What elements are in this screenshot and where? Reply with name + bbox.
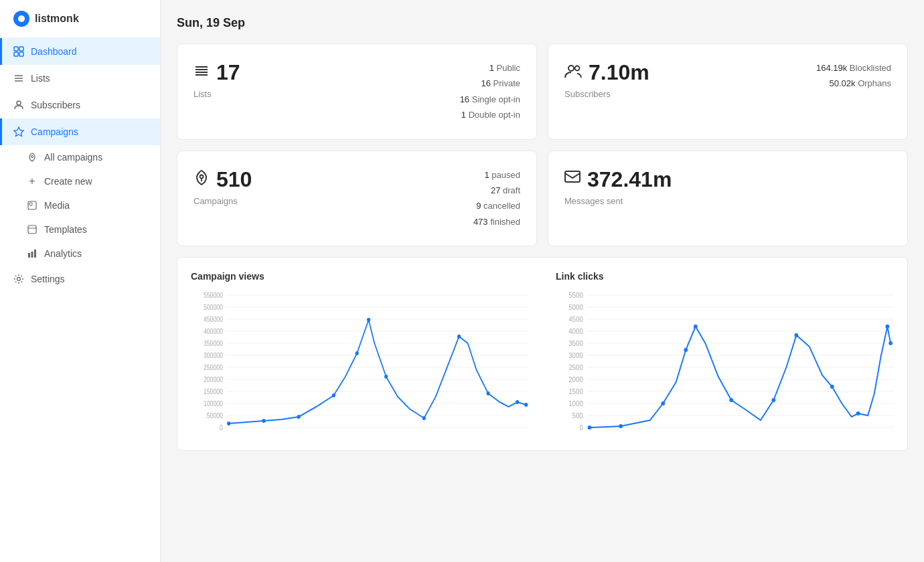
views-chart-svg: 550000 500000 450000 400000 350000 30000… [191, 290, 529, 437]
settings-icon [13, 274, 24, 284]
sidebar-item-analytics[interactable]: Analytics [0, 242, 160, 266]
stats-row-2: 510 Campaigns 1 paused 27 draft 9 cancel… [177, 151, 908, 247]
svg-text:4000: 4000 [568, 328, 583, 335]
sidebar-item-lists[interactable]: Lists [0, 65, 160, 92]
sidebar-item-label: Dashboard [31, 46, 77, 57]
svg-text:2500: 2500 [568, 364, 583, 371]
svg-point-51 [262, 419, 265, 423]
main-content: Sun, 19 Sep 17 [161, 0, 924, 562]
svg-point-87 [619, 424, 623, 428]
messages-count: 372.41m [587, 167, 672, 192]
svg-text:150000: 150000 [204, 389, 223, 396]
clicks-chart-title: Link clicks [556, 271, 894, 282]
svg-point-59 [486, 391, 489, 395]
messages-stat-icon [564, 171, 581, 188]
svg-text:2000: 2000 [568, 376, 583, 383]
svg-text:500: 500 [572, 412, 584, 419]
svg-point-7 [17, 101, 21, 105]
campaign-views-chart: Campaign views 550000 500000 450000 4000… [191, 271, 529, 437]
svg-point-60 [516, 400, 519, 404]
svg-point-55 [367, 318, 370, 322]
clicks-chart-svg: 5500 5000 4500 4000 3500 3000 2500 2000 … [556, 290, 894, 437]
svg-rect-11 [28, 225, 36, 233]
sidebar-item-label: Lists [31, 73, 50, 84]
svg-rect-1 [19, 47, 23, 51]
sidebar-item-templates[interactable]: Templates [0, 217, 160, 242]
lists-stat-card: 17 Lists 1 Public 16 Private 16 Single o… [177, 43, 537, 140]
subscribers-details: 164.19k Blocklisted 50.02k Orphans [816, 60, 891, 92]
views-chart-container: 550000 500000 450000 400000 350000 30000… [191, 290, 529, 437]
lists-double-optin-num: 1 [461, 110, 466, 120]
messages-stat-card: 372.41m Messages sent [548, 151, 908, 247]
svg-point-86 [588, 426, 592, 430]
media-icon [27, 200, 37, 211]
sidebar-item-create-new[interactable]: + Create new [0, 169, 160, 193]
svg-text:350000: 350000 [204, 341, 223, 348]
sidebar-item-media[interactable]: Media [0, 193, 160, 217]
svg-rect-3 [19, 52, 23, 56]
svg-text:200000: 200000 [204, 377, 223, 384]
subscribers-stat-card: 7.10m Subscribers 164.19k Blocklisted 50… [548, 43, 908, 140]
lists-icon [13, 73, 24, 84]
lists-label: Lists [194, 89, 240, 99]
sidebar-item-label: Analytics [44, 248, 82, 259]
svg-point-92 [771, 398, 775, 402]
svg-text:3500: 3500 [568, 340, 583, 347]
analytics-icon [27, 248, 37, 259]
subscribers-icon [13, 100, 24, 110]
svg-point-88 [661, 401, 665, 405]
svg-point-8 [31, 156, 33, 158]
rocket-icon [27, 152, 37, 163]
svg-point-16 [17, 278, 21, 281]
svg-rect-14 [31, 252, 33, 258]
svg-text:100000: 100000 [204, 401, 223, 408]
svg-point-21 [568, 66, 574, 71]
blocklisted-num: 164.19k [816, 63, 847, 73]
svg-point-22 [575, 66, 580, 70]
sidebar-item-label: Templates [44, 224, 87, 235]
svg-text:50000: 50000 [207, 413, 223, 420]
svg-point-95 [856, 411, 860, 415]
sidebar-item-settings[interactable]: Settings [0, 266, 160, 292]
lists-private-num: 16 [481, 78, 490, 88]
svg-text:3000: 3000 [568, 352, 583, 359]
svg-text:400000: 400000 [204, 329, 223, 336]
main-nav: Dashboard Lists Subscribers [0, 38, 160, 292]
campaigns-stat-icon [194, 169, 210, 189]
sidebar-item-all-campaigns[interactable]: All campaigns [0, 145, 160, 169]
svg-point-61 [524, 403, 528, 407]
sidebar-item-label: Create new [44, 176, 92, 187]
svg-text:1000: 1000 [568, 400, 583, 407]
svg-text:4500: 4500 [568, 316, 583, 323]
page-date: Sun, 19 Sep [177, 16, 908, 30]
charts-card: Campaign views 550000 500000 450000 4000… [177, 257, 908, 451]
svg-text:250000: 250000 [204, 365, 223, 372]
svg-point-56 [384, 375, 388, 379]
svg-point-94 [830, 385, 834, 389]
sidebar-item-label: All campaigns [44, 152, 102, 163]
svg-point-97 [889, 341, 893, 345]
svg-point-89 [684, 348, 688, 352]
sidebar-item-dashboard[interactable]: Dashboard [0, 38, 160, 65]
sidebar-item-subscribers[interactable]: Subscribers [0, 92, 160, 118]
subscribers-label: Subscribers [564, 89, 649, 99]
lists-public-num: 1 [489, 63, 494, 73]
svg-point-50 [227, 421, 230, 426]
messages-label: Messages sent [564, 196, 672, 206]
svg-point-52 [297, 415, 300, 419]
svg-text:300000: 300000 [204, 353, 223, 360]
campaigns-details: 1 paused 27 draft 9 cancelled 473 finish… [473, 167, 520, 230]
plus-icon: + [27, 176, 37, 187]
sidebar-item-label: Media [44, 200, 70, 211]
orphans-num: 50.02k [829, 78, 855, 88]
sidebar-item-campaigns[interactable]: Campaigns [0, 118, 160, 145]
svg-text:0: 0 [220, 425, 223, 432]
svg-point-90 [694, 324, 698, 329]
logo-text: listmonk [35, 13, 79, 25]
clicks-chart-container: 5500 5000 4500 4000 3500 3000 2500 2000 … [556, 290, 894, 437]
svg-point-54 [356, 351, 359, 355]
lists-details: 1 Public 16 Private 16 Single opt-in 1 D… [460, 60, 520, 123]
svg-text:1500: 1500 [568, 388, 583, 395]
logo[interactable]: listmonk [0, 0, 160, 38]
templates-icon [27, 224, 37, 235]
